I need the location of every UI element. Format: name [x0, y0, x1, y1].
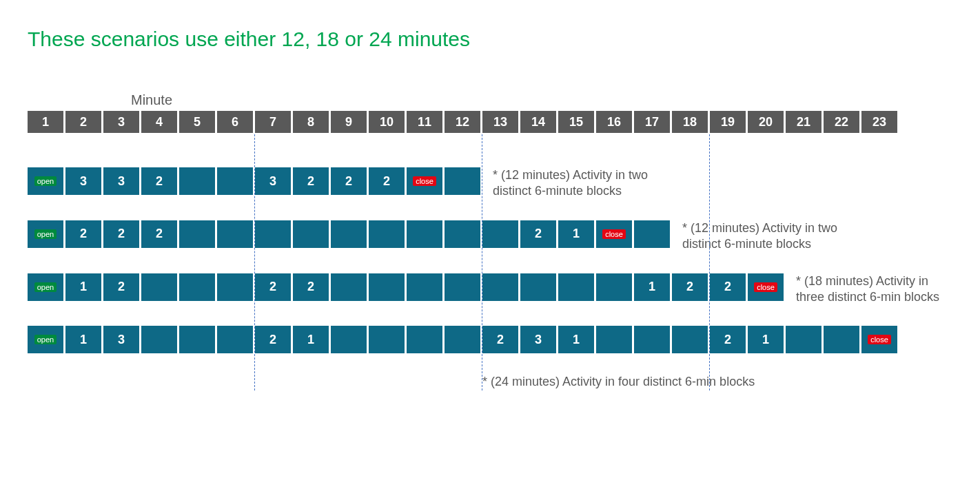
activity-cell	[331, 326, 367, 353]
minute-header-cell: 12	[445, 111, 480, 133]
close-tag: close	[868, 335, 891, 344]
activity-cell: 2	[331, 167, 367, 195]
activity-row: open3323222close	[28, 167, 480, 195]
close-tag: close	[413, 176, 436, 186]
activity-cell: open	[28, 326, 63, 353]
activity-cell	[179, 326, 215, 353]
scenario-caption: * (24 minutes) Activity in four distinct…	[482, 374, 758, 390]
scenario-caption: * (12 minutes) Activity in two distinct …	[493, 167, 672, 200]
minute-header-cell: 9	[331, 111, 367, 133]
activity-cell: 1	[748, 326, 784, 353]
activity-cell	[596, 273, 632, 301]
activity-cell: 2	[520, 220, 556, 248]
activity-cell	[141, 273, 177, 301]
activity-cell: 3	[255, 167, 291, 195]
minute-header-cell: 19	[710, 111, 746, 133]
activity-cell	[558, 273, 594, 301]
minute-header-cell: 8	[293, 111, 329, 133]
activity-cell: 2	[103, 273, 139, 301]
activity-cell: close	[407, 167, 442, 195]
minute-header-cell: 11	[407, 111, 442, 133]
activity-cell	[141, 326, 177, 353]
scenario-caption: * (18 minutes) Activity in three distinc…	[796, 273, 952, 306]
activity-cell	[217, 167, 253, 195]
activity-cell: open	[28, 273, 63, 301]
activity-cell: 1	[558, 220, 594, 248]
activity-cell	[445, 167, 480, 195]
activity-cell: 2	[141, 220, 177, 248]
minute-header-cell: 18	[672, 111, 708, 133]
activity-cell	[824, 326, 859, 353]
activity-cell: 2	[255, 273, 291, 301]
activity-cell	[369, 326, 405, 353]
open-tag: open	[34, 176, 57, 186]
page-title: These scenarios use either 12, 18 or 24 …	[28, 28, 952, 51]
minute-header-cell: 6	[217, 111, 253, 133]
activity-cell	[407, 326, 442, 353]
timeline-diagram: Minute 123456789101112131415161718192021…	[28, 92, 952, 390]
activity-cell	[331, 220, 367, 248]
activity-cell	[369, 220, 405, 248]
activity-cell: 2	[710, 273, 746, 301]
minute-header-cell: 23	[861, 111, 897, 133]
activity-cell: 1	[293, 326, 329, 353]
minute-axis-label: Minute	[131, 92, 952, 108]
minute-header-cell: 16	[596, 111, 632, 133]
activity-cell	[634, 220, 670, 248]
activity-cell	[407, 220, 442, 248]
scenario-row: open22221close* (12 minutes) Activity in…	[28, 220, 952, 253]
activity-cell: 2	[255, 326, 291, 353]
activity-cell: 1	[65, 273, 101, 301]
activity-cell: 1	[558, 326, 594, 353]
minute-header-cell: 15	[558, 111, 594, 133]
minute-header-cell: 14	[520, 111, 556, 133]
activity-cell	[293, 220, 329, 248]
activity-cell	[369, 273, 405, 301]
activity-cell	[179, 167, 215, 195]
activity-cell: 1	[634, 273, 670, 301]
minute-header-cell: 1	[28, 111, 63, 133]
activity-cell: 2	[293, 167, 329, 195]
activity-cell	[217, 326, 253, 353]
activity-cell	[786, 326, 821, 353]
activity-cell: 2	[293, 273, 329, 301]
activity-cell: 1	[65, 326, 101, 353]
activity-cell	[445, 220, 480, 248]
open-tag: open	[34, 229, 57, 239]
activity-cell: close	[748, 273, 784, 301]
activity-cell	[634, 326, 670, 353]
open-tag: open	[34, 335, 57, 344]
activity-cell: 3	[520, 326, 556, 353]
minute-header-cell: 2	[65, 111, 101, 133]
activity-cell	[407, 273, 442, 301]
minute-header-cell: 20	[748, 111, 784, 133]
activity-cell	[445, 326, 480, 353]
scenario-row: open132123121close	[28, 326, 952, 353]
activity-cell	[520, 273, 556, 301]
minute-header-cell: 10	[369, 111, 405, 133]
activity-row: open1222122close	[28, 273, 784, 301]
activity-cell	[445, 273, 480, 301]
minute-header-cell: 3	[103, 111, 139, 133]
scenario-caption: * (12 minutes) Activity in two distinct …	[682, 220, 861, 253]
activity-cell: 2	[710, 326, 746, 353]
activity-cell	[331, 273, 367, 301]
minute-header-cell: 7	[255, 111, 291, 133]
activity-cell: open	[28, 220, 63, 248]
activity-cell: open	[28, 167, 63, 195]
minute-header-cell: 21	[786, 111, 821, 133]
minute-header-cell: 22	[824, 111, 859, 133]
scenario-row: open1222122close* (18 minutes) Activity …	[28, 273, 952, 306]
activity-cell: 2	[482, 326, 518, 353]
activity-row: open132123121close	[28, 326, 897, 353]
scenario-row: open3323222close* (12 minutes) Activity …	[28, 167, 952, 200]
activity-cell: 2	[65, 220, 101, 248]
activity-cell	[217, 220, 253, 248]
minute-header-cell: 5	[179, 111, 215, 133]
activity-cell: close	[596, 220, 632, 248]
minute-header-cell: 13	[482, 111, 518, 133]
activity-cell	[482, 273, 518, 301]
open-tag: open	[34, 282, 57, 292]
activity-row: open22221close	[28, 220, 670, 248]
minute-header-row: 1234567891011121314151617181920212223	[28, 111, 952, 133]
